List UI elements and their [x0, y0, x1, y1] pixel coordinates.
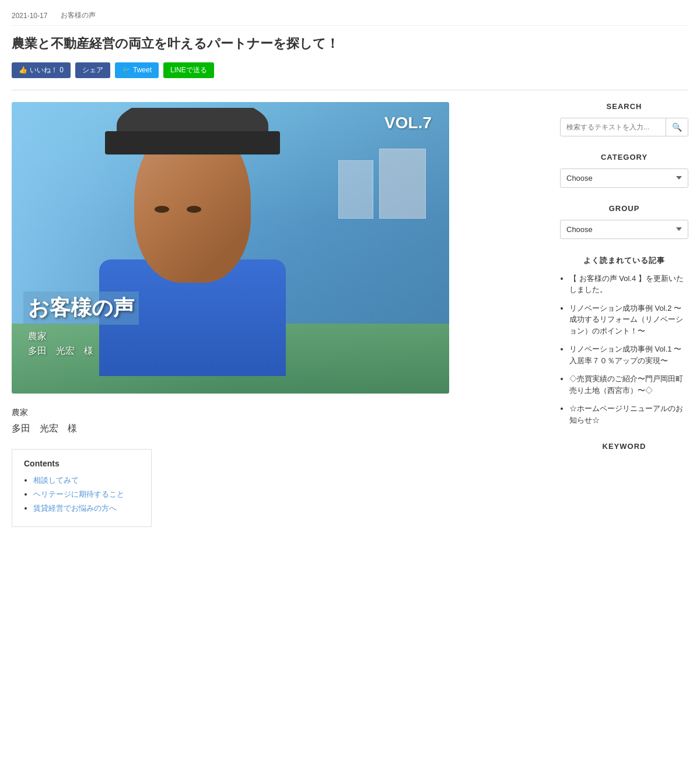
contents-box: Contents 相談してみて ヘリテージに期待すること 賃貸経営でお悩みの方へ: [12, 449, 152, 527]
keyword-section-title: KEYWORD: [560, 442, 688, 451]
group-section-title: GROUP: [560, 204, 688, 213]
article-category: 農家: [12, 408, 537, 418]
breadcrumb-separator: [52, 12, 56, 20]
breadcrumb: 2021-10-17 お客様の声: [12, 6, 688, 26]
popular-list: 【 お客様の声 Vol.4 】を更新いたしました。 リノベーション成功事例 Vo…: [560, 273, 688, 426]
group-select[interactable]: Choose グループ1 グループ2: [560, 220, 688, 239]
contents-list: 相談してみて ヘリテージに期待すること 賃貸経営でお悩みの方へ: [24, 475, 139, 514]
like-icon: 👍: [19, 66, 27, 74]
list-item: ☆ホームページリニューアルのお知らせ☆: [569, 403, 688, 426]
hero-image: VOL.7 お客様の声 農家 多田 光宏 様: [12, 102, 449, 394]
search-input[interactable]: [561, 119, 666, 135]
like-label: いいね！ 0: [30, 65, 64, 75]
content-layout: VOL.7 お客様の声 農家 多田 光宏 様 農家 多田 光宏 様 Conten…: [12, 102, 688, 541]
search-button[interactable]: 🔍: [666, 118, 688, 136]
social-buttons: 👍 いいね！ 0 シェア 🐦 Tweet LINEで送る: [12, 62, 688, 78]
category-select[interactable]: Choose お客様の声 リノベーション 売買実績 お知らせ: [560, 168, 688, 188]
hero-sub-text2: 多田 光宏 様: [23, 344, 139, 359]
article-author: 多田 光宏 様: [12, 423, 537, 435]
popular-link-1[interactable]: 【 お客様の声 Vol.4 】を更新いたしました。: [569, 274, 684, 294]
contents-link-2[interactable]: ヘリテージに期待すること: [33, 490, 124, 498]
hero-vol-text: VOL.7: [384, 114, 432, 132]
search-box: 🔍: [560, 118, 688, 136]
popular-section-title: よく読まれている記事: [560, 255, 688, 266]
search-icon: 🔍: [672, 122, 682, 132]
line-label: LINEで送る: [170, 66, 207, 74]
popular-link-5[interactable]: ☆ホームページリニューアルのお知らせ☆: [569, 404, 683, 424]
search-section-title: SEARCH: [560, 102, 688, 111]
hero-sub-text1: 農家: [23, 329, 139, 344]
sidebar-category-section: CATEGORY Choose お客様の声 リノベーション 売買実績 お知らせ: [560, 153, 688, 188]
line-button[interactable]: LINEで送る: [163, 62, 214, 78]
share-label: シェア: [82, 66, 103, 74]
popular-link-3[interactable]: リノベーション成功事例 Vol.1 〜入居率７０％アップの実現〜: [569, 345, 681, 365]
breadcrumb-date: 2021-10-17: [12, 12, 47, 20]
contents-link-3[interactable]: 賃貸経営でお悩みの方へ: [33, 504, 117, 512]
hero-main-text: お客様の声: [23, 292, 139, 325]
divider: [12, 90, 688, 90]
list-item: ◇売買実績のご紹介〜門戸岡田町売り土地（西宮市）〜◇: [569, 373, 688, 396]
tweet-label: Tweet: [133, 66, 152, 74]
breadcrumb-category: お客様の声: [61, 10, 96, 20]
contents-link-1[interactable]: 相談してみて: [33, 476, 79, 484]
list-item: リノベーション成功事例 Vol.2 〜成功するリフォーム（リノベーション）のポイ…: [569, 303, 688, 337]
popular-link-4[interactable]: ◇売買実績のご紹介〜門戸岡田町売り土地（西宮市）〜◇: [569, 374, 683, 395]
category-section-title: CATEGORY: [560, 153, 688, 161]
sidebar-search-section: SEARCH 🔍: [560, 102, 688, 136]
list-item: 賃貸経営でお悩みの方へ: [33, 503, 139, 514]
sidebar: SEARCH 🔍 CATEGORY Choose お客様の声 リノベーション 売…: [560, 102, 688, 541]
popular-link-2[interactable]: リノベーション成功事例 Vol.2 〜成功するリフォーム（リノベーション）のポイ…: [569, 304, 683, 335]
twitter-icon: 🐦: [122, 66, 131, 74]
list-item: 【 お客様の声 Vol.4 】を更新いたしました。: [569, 273, 688, 296]
article-meta: 農家 多田 光宏 様: [12, 408, 537, 435]
list-item: 相談してみて: [33, 475, 139, 486]
share-button[interactable]: シェア: [75, 62, 110, 78]
sidebar-keyword-section: KEYWORD: [560, 442, 688, 451]
page-title: 農業と不動産経営の両立を叶えるパートナーを探して！: [12, 35, 688, 53]
sidebar-popular-section: よく読まれている記事 【 お客様の声 Vol.4 】を更新いたしました。 リノベ…: [560, 255, 688, 426]
like-button[interactable]: 👍 いいね！ 0: [12, 62, 71, 78]
sidebar-group-section: GROUP Choose グループ1 グループ2: [560, 204, 688, 239]
contents-title: Contents: [24, 459, 139, 468]
list-item: リノベーション成功事例 Vol.1 〜入居率７０％アップの実現〜: [569, 343, 688, 366]
hero-text-box: お客様の声 農家 多田 光宏 様: [23, 292, 139, 359]
list-item: ヘリテージに期待すること: [33, 489, 139, 500]
tweet-button[interactable]: 🐦 Tweet: [115, 62, 159, 78]
main-content: VOL.7 お客様の声 農家 多田 光宏 様 農家 多田 光宏 様 Conten…: [12, 102, 537, 541]
